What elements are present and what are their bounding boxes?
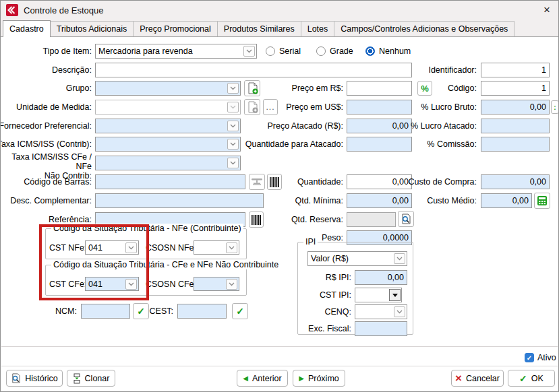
chevron-down-icon[interactable] bbox=[226, 242, 237, 253]
lucro-bruto-input[interactable]: 0,00 bbox=[481, 100, 550, 115]
preco-atacado-input[interactable]: 0,00 bbox=[347, 119, 412, 133]
add-unidade-button[interactable] bbox=[244, 99, 260, 115]
divider bbox=[1, 366, 558, 366]
historico-button[interactable]: Histórico bbox=[6, 370, 63, 387]
csosn-nfe-label: CSOSN NFe: bbox=[146, 240, 196, 255]
grupo-select[interactable] bbox=[95, 81, 241, 96]
chevron-down-icon[interactable] bbox=[226, 279, 237, 290]
radio-icon[interactable] bbox=[365, 46, 375, 56]
validate-cest-button[interactable]: ✓ bbox=[232, 303, 248, 319]
inventory-control-window: Controle de Estoque × CadastroTributos A… bbox=[0, 0, 559, 392]
chevron-down-icon[interactable] bbox=[125, 279, 137, 290]
custo-medio-input[interactable]: 0,00 bbox=[481, 193, 532, 208]
quantidade-input[interactable]: 0,00 bbox=[347, 174, 412, 189]
codigo-label: Código: bbox=[448, 81, 477, 96]
preco-atacado-label: Preço Atacado (R$): bbox=[267, 119, 343, 133]
cst-nfe-select[interactable]: 041 bbox=[85, 240, 139, 255]
rs-ipi-label: R$ IPI: bbox=[326, 270, 351, 285]
radio-serial[interactable]: Serial bbox=[266, 44, 301, 59]
tab-cadastro[interactable]: Cadastro bbox=[3, 20, 51, 37]
taxa-icms-nao-contrib-select[interactable] bbox=[95, 156, 241, 170]
cst-cfe-select[interactable]: 041 bbox=[85, 277, 139, 291]
barcode-button[interactable] bbox=[249, 211, 264, 228]
ncm-input[interactable] bbox=[81, 304, 130, 319]
radio-nenhum[interactable]: Nenhum bbox=[365, 44, 411, 59]
cst-ipi-label: CST IPI: bbox=[320, 288, 351, 302]
document-add-icon bbox=[247, 82, 258, 94]
cest-label: CEST: bbox=[150, 304, 173, 319]
unidade-select[interactable] bbox=[95, 100, 241, 115]
colon-icon: : bbox=[554, 104, 556, 111]
tab-pre-o-promocional[interactable]: Preço Promocional bbox=[133, 21, 218, 36]
proximo-button[interactable]: ▶ Próximo bbox=[293, 370, 345, 387]
clonar-button[interactable]: Clonar bbox=[67, 370, 115, 387]
unidade-more-button[interactable]: ... bbox=[263, 99, 278, 115]
anterior-button[interactable]: ◀ Anterior bbox=[237, 370, 288, 387]
codigo-barras-input[interactable] bbox=[95, 174, 245, 189]
tab-lotes[interactable]: Lotes bbox=[301, 21, 335, 36]
title-bar: Controle de Estoque × bbox=[1, 1, 558, 20]
qtd-minima-input[interactable]: 0,00 bbox=[347, 193, 412, 208]
cenq-select[interactable] bbox=[355, 304, 407, 319]
radio-grade[interactable]: Grade bbox=[316, 44, 353, 59]
chevron-down-icon[interactable] bbox=[227, 83, 239, 94]
descricao-label: Descrição: bbox=[52, 63, 92, 77]
lucro-atacado-input[interactable] bbox=[481, 119, 550, 133]
close-icon[interactable]: × bbox=[543, 3, 550, 18]
preco-rs-label: Preço em R$: bbox=[292, 81, 343, 96]
chevron-down-icon[interactable] bbox=[227, 121, 239, 131]
chevron-down-icon[interactable] bbox=[394, 253, 405, 264]
clone-icon bbox=[73, 373, 81, 384]
csosn-cfe-select[interactable] bbox=[194, 277, 239, 291]
add-grupo-button[interactable] bbox=[244, 80, 260, 96]
tab-campos-controles-adicionas-e-observa-es[interactable]: Campos/Controles Adicionas e Observações bbox=[334, 21, 514, 36]
exc-fiscal-input[interactable] bbox=[355, 321, 407, 336]
lucro-atacado-label: % Lucro Atacado: bbox=[411, 119, 477, 133]
preco-uss-input[interactable] bbox=[347, 100, 412, 115]
ok-button[interactable]: ✓ OK bbox=[508, 370, 555, 387]
custo-compra-input[interactable]: 0,00 bbox=[481, 174, 550, 189]
qtd-atacado-input[interactable] bbox=[347, 137, 412, 152]
lucro-bruto-options-button[interactable]: : bbox=[551, 100, 559, 114]
x-icon: × bbox=[455, 374, 462, 383]
identificador-input[interactable]: 1 bbox=[481, 63, 550, 77]
chevron-down-icon[interactable] bbox=[227, 158, 239, 168]
calculate-custo-medio-button[interactable] bbox=[534, 193, 550, 209]
chevron-down-icon[interactable] bbox=[227, 102, 239, 112]
chevron-down-icon[interactable] bbox=[125, 242, 137, 253]
ipi-tipo-select[interactable]: Valor (R$) bbox=[307, 251, 407, 266]
comissao-input[interactable] bbox=[481, 137, 550, 152]
app-logo-icon bbox=[6, 4, 18, 16]
percent-calc-button[interactable]: % bbox=[417, 81, 432, 96]
chevron-down-icon[interactable] bbox=[243, 46, 255, 57]
barcode-button[interactable] bbox=[267, 174, 282, 190]
descricao-input[interactable] bbox=[95, 63, 412, 77]
taxa-icms-contrib-select[interactable] bbox=[95, 137, 241, 152]
radio-icon[interactable] bbox=[266, 46, 275, 56]
radio-icon[interactable] bbox=[316, 46, 326, 56]
dropdown-arrow-icon[interactable] bbox=[389, 289, 401, 301]
chevron-down-icon[interactable] bbox=[227, 139, 239, 150]
cest-input[interactable] bbox=[177, 304, 227, 319]
tab-tributos-adicionais[interactable]: Tributos Adicionais bbox=[50, 21, 134, 36]
barcode-icon bbox=[252, 215, 261, 225]
quantidade-label: Quantidade: bbox=[297, 174, 343, 189]
tab-produtos-similares[interactable]: Produtos Similares bbox=[217, 21, 301, 36]
cancelar-button[interactable]: × Cancelar bbox=[451, 370, 504, 387]
cst-ipi-select[interactable] bbox=[355, 288, 402, 302]
triangle-right-icon: ▶ bbox=[299, 374, 304, 382]
codigo-input[interactable]: 1 bbox=[481, 81, 550, 96]
preco-rs-input[interactable] bbox=[347, 81, 412, 96]
desc-complementar-input[interactable] bbox=[95, 193, 264, 208]
fornecedor-select[interactable] bbox=[95, 119, 241, 133]
chevron-down-icon[interactable] bbox=[394, 306, 405, 317]
ativo-checkbox[interactable]: ✓ bbox=[525, 353, 534, 362]
csosn-nfe-select[interactable] bbox=[194, 240, 239, 255]
scale-button[interactable] bbox=[249, 174, 265, 190]
rs-ipi-input[interactable]: 0,00 bbox=[355, 270, 407, 285]
tipo-item-label: Tipo de Item: bbox=[43, 44, 92, 59]
tipo-item-select[interactable]: Mercadoria para revenda bbox=[95, 44, 257, 59]
ipi-group-title: IPI bbox=[303, 237, 318, 247]
validate-ncm-button[interactable]: ✓ bbox=[133, 303, 149, 319]
qtd-reserva-lookup-button[interactable] bbox=[398, 211, 414, 227]
